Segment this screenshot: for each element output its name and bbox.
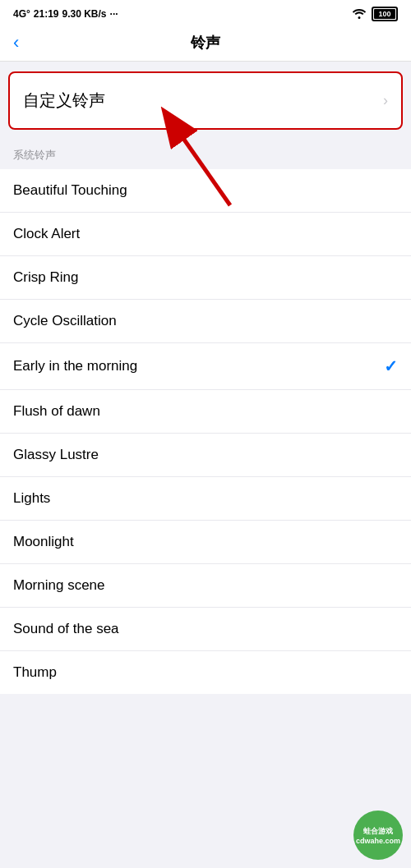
ringtone-name: Glassy Lustre [13,447,99,463]
ringtone-item[interactable]: Crisp Ring [0,256,411,300]
ringtone-item[interactable]: Cycle Oscillation [0,300,411,343]
ringtone-name: Cycle Oscillation [13,313,117,329]
status-left: 4G° 21:19 9.30 KB/s ··· [13,8,118,20]
ringtone-item[interactable]: Sound of the sea [0,608,411,651]
ringtone-name: Moonlight [13,534,74,550]
page-wrapper: 4G° 21:19 9.30 KB/s ··· 100 ‹ 铃声 [0,0,411,694]
custom-ringtone-row[interactable]: 自定义铃声 › [10,73,401,128]
ringtone-list: Beautiful TouchingClock AlertCrisp RingC… [0,169,411,694]
ringtone-item[interactable]: Moonlight [0,521,411,564]
ringtone-item[interactable]: Morning scene [0,564,411,608]
ringtone-item[interactable]: Thump [0,651,411,694]
custom-ringtone-section: 自定义铃声 › [8,71,403,130]
watermark-text: 蛙合游戏cdwahe.com [356,826,400,845]
system-section-label-container: 系统铃声 [0,140,411,166]
ringtone-name: Early in the morning [13,358,137,374]
ringtone-item[interactable]: Early in the morning✓ [0,343,411,390]
system-section-label: 系统铃声 [0,140,411,166]
dots-indicator: ··· [110,8,118,20]
custom-chevron-icon: › [383,92,388,109]
ringtone-name: Thump [13,664,57,681]
ringtone-item[interactable]: Beautiful Touching [0,169,411,213]
network-indicator: 4G° [13,8,30,20]
ringtone-name: Flush of dawn [13,403,100,420]
custom-ringtone-label: 自定义铃声 [23,90,105,112]
ringtone-name: Beautiful Touching [13,182,127,199]
battery-icon: 100 [372,7,398,21]
back-button[interactable]: ‹ [13,32,19,53]
ringtone-name: Lights [13,490,50,507]
data-speed: 9.30 KB/s [62,8,107,20]
ringtone-name: Crisp Ring [13,269,78,286]
status-bar: 4G° 21:19 9.30 KB/s ··· 100 [0,0,411,25]
wifi-icon [352,7,367,21]
selected-checkmark-icon: ✓ [384,356,398,376]
nav-header: ‹ 铃声 [0,25,411,62]
watermark-badge: 蛙合游戏cdwahe.com [353,811,403,860]
status-right: 100 [352,7,398,21]
ringtone-item[interactable]: Lights [0,477,411,521]
ringtone-name: Morning scene [13,577,105,594]
page-title: 铃声 [191,33,220,53]
ringtone-item[interactable]: Glassy Lustre [0,434,411,477]
ringtone-name: Clock Alert [13,226,80,242]
ringtone-item[interactable]: Clock Alert [0,213,411,256]
ringtone-name: Sound of the sea [13,621,119,637]
time-display: 21:19 [34,8,59,20]
ringtone-item[interactable]: Flush of dawn [0,390,411,434]
